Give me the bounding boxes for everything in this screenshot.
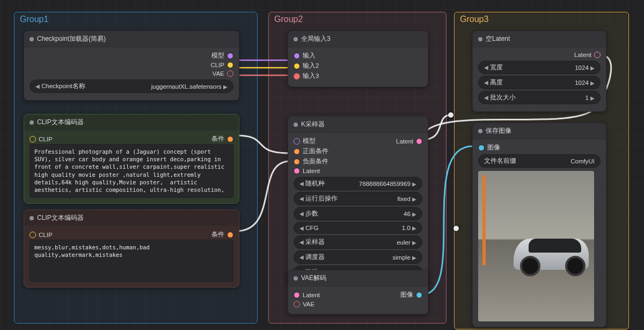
param-高度[interactable]: ◀ 高度1024 ▶: [478, 76, 601, 89]
param-批次大小[interactable]: ◀ 批次大小1 ▶: [478, 91, 601, 104]
chevron-right-icon: ▶: [223, 84, 228, 90]
node-status-dot: [294, 276, 298, 281]
node-title: 空Latent: [486, 34, 510, 44]
chevron-left-icon: ◀: [299, 196, 304, 202]
node-status-dot: [30, 216, 34, 220]
param-宽度[interactable]: ◀ 宽度1024 ▶: [478, 61, 601, 74]
chevron-right-icon: ▶: [590, 80, 595, 86]
chevron-right-icon: ▶: [412, 225, 416, 231]
input-port-3[interactable]: [294, 73, 300, 80]
node-status-dot: [30, 37, 34, 41]
chevron-left-icon: ◀: [299, 211, 304, 217]
node-ksampler[interactable]: K采样器 模型Latent 正面条件 负面条件 Latent ◀ 随机种7888…: [288, 116, 428, 286]
positive-prompt-textarea[interactable]: Professional photograph of a (Jaguar) co…: [30, 144, 233, 198]
param-随机种[interactable]: ◀ 随机种788888664859969 ▶: [294, 177, 422, 190]
input-port-vae[interactable]: [294, 301, 300, 307]
group-3-title: Group3: [460, 15, 488, 24]
input-port-clip[interactable]: [30, 232, 36, 238]
param-运行后操作[interactable]: ◀ 运行后操作fixed ▶: [294, 192, 422, 205]
chevron-left-icon: ◀: [299, 225, 304, 231]
output-model-label: 模型: [211, 52, 224, 60]
chevron-left-icon: ◀: [299, 239, 304, 245]
edge-knob[interactable]: [453, 226, 459, 231]
node-vae-decode[interactable]: VAE解码 Latent图像 VAE: [288, 270, 428, 314]
node-title: 保存图像: [486, 126, 511, 135]
node-checkpoint-loader[interactable]: Checkpoint加载器(简易) 模型 CLIP VAE ◀ Checkpoi…: [24, 31, 239, 101]
negative-prompt-textarea[interactable]: messy,blur,mistakes,dots,human,bad quali…: [30, 240, 233, 282]
input-port-clip[interactable]: [30, 136, 36, 142]
node-graph-canvas[interactable]: Group1 Group2 Group3 Checkpoint加载器(简易) 模…: [0, 0, 644, 330]
chevron-left-icon: ◀: [299, 181, 304, 186]
input-port-image[interactable]: [478, 145, 485, 151]
input-port-model[interactable]: [294, 138, 300, 145]
chevron-left-icon: ◀: [484, 80, 488, 85]
chevron-left-icon: ◀: [299, 254, 304, 260]
output-port-image[interactable]: [416, 292, 422, 298]
chevron-right-icon: ▶: [412, 181, 416, 187]
input-port-latent[interactable]: [294, 168, 300, 174]
output-port-latent[interactable]: [416, 138, 422, 145]
node-title: CLIP文本编码器: [37, 118, 84, 127]
node-title: CLIP文本编码器: [37, 213, 84, 223]
node-title: VAE解码: [301, 274, 326, 283]
node-status-dot: [30, 120, 34, 125]
chevron-right-icon: ▶: [412, 255, 416, 261]
chevron-right-icon: ▶: [590, 65, 595, 71]
node-status-dot: [294, 123, 298, 127]
input-port-1[interactable]: [294, 53, 300, 59]
output-port-conditioning[interactable]: [227, 136, 233, 142]
output-port-latent[interactable]: [594, 52, 601, 58]
output-port-clip[interactable]: [227, 62, 233, 68]
output-vae-label: VAE: [213, 70, 224, 77]
node-title: K采样器: [301, 120, 325, 129]
output-clip-label: CLIP: [210, 62, 224, 68]
param-采样器[interactable]: ◀ 采样器euler ▶: [294, 235, 422, 249]
node-save-image[interactable]: 保存图像 图像 文件名前缀ComfyUI: [472, 123, 606, 327]
node-status-dot: [478, 129, 482, 133]
output-image-preview[interactable]: [478, 171, 594, 321]
node-title: Checkpoint加载器(简易): [37, 34, 106, 44]
input-port-2[interactable]: [294, 63, 300, 69]
output-port-vae[interactable]: [227, 70, 233, 77]
chevron-left-icon: ◀: [484, 95, 488, 101]
filename-prefix-field[interactable]: 文件名前缀ComfyUI: [478, 154, 601, 168]
chevron-right-icon: ▶: [412, 196, 416, 202]
param-步数[interactable]: ◀ 步数46 ▶: [294, 207, 422, 220]
chevron-left-icon: ◀: [35, 83, 40, 89]
node-clip-encoder-negative[interactable]: CLIP文本编码器 CLIP条件 messy,blur,mistakes,dot…: [24, 210, 239, 288]
edge-knob[interactable]: [448, 112, 453, 118]
checkpoint-name-selector[interactable]: ◀ Checkpoint名称juggernautXL.safetensors ▶: [30, 80, 233, 93]
node-status-dot: [294, 37, 298, 41]
chevron-right-icon: ▶: [590, 95, 595, 101]
node-title: 全局输入3: [301, 34, 331, 44]
node-global-inputs[interactable]: 全局输入3 输入 输入2 输入3: [288, 31, 428, 87]
param-CFG[interactable]: ◀ CFG1.0 ▶: [294, 222, 422, 234]
input-port-negative[interactable]: [294, 159, 300, 165]
node-status-dot: [478, 37, 482, 41]
output-port-conditioning[interactable]: [227, 232, 233, 238]
group-1-title: Group1: [20, 15, 48, 24]
node-clip-encoder-positive[interactable]: CLIP文本编码器 CLIP条件 Professional photograph…: [24, 114, 239, 204]
output-port-model[interactable]: [227, 53, 233, 59]
input-port-positive[interactable]: [294, 148, 300, 155]
node-empty-latent[interactable]: 空Latent Latent ◀ 宽度1024 ▶◀ 高度1024 ▶◀ 批次大…: [472, 31, 606, 112]
chevron-left-icon: ◀: [484, 64, 488, 70]
group-2-title: Group2: [274, 15, 303, 24]
input-port-latent[interactable]: [294, 292, 300, 298]
param-调度器[interactable]: ◀ 调度器simple ▶: [294, 250, 422, 264]
chevron-right-icon: ▶: [412, 240, 416, 246]
chevron-right-icon: ▶: [412, 211, 416, 217]
